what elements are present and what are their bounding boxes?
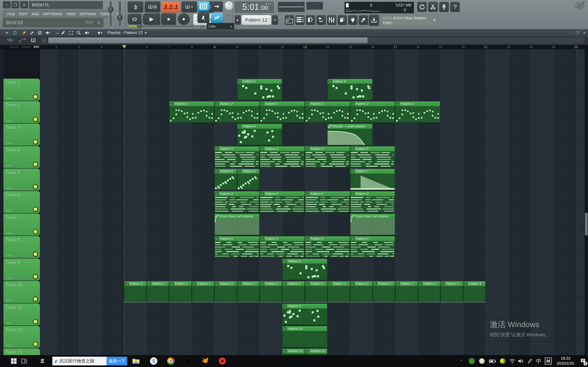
pattern-tab-icon[interactable]: Ш <box>31 37 36 43</box>
mic-button[interactable] <box>439 2 449 12</box>
clip-header[interactable]: Pattern 3 <box>260 146 304 151</box>
clip-pattern-1[interactable]: Pattern 1 <box>463 281 485 302</box>
clip-header[interactable]: Pattern 5 <box>350 236 395 241</box>
playlist-menu-arrow[interactable]: ▶ <box>3 31 11 34</box>
snap-selector[interactable]: Line▶ <box>207 23 234 30</box>
track-options-dots[interactable]: ••• <box>6 120 12 121</box>
clip-header[interactable]: Pattern 8 <box>328 79 372 84</box>
paint-tool-icon[interactable] <box>30 31 38 35</box>
sogou-browser-icon[interactable]: S <box>148 355 159 367</box>
clip-header[interactable]: Pattern 1 <box>350 281 372 286</box>
tray-antivirus-icon[interactable] <box>498 355 507 367</box>
clip-body[interactable] <box>350 286 372 302</box>
clip-body[interactable] <box>441 286 463 302</box>
clip-header[interactable]: Pattern 1 <box>215 281 237 286</box>
clip-header[interactable]: Pattern 1 <box>169 281 191 286</box>
volume-slider-knob[interactable] <box>117 15 123 20</box>
clip-body[interactable] <box>350 219 395 235</box>
menu-item-options[interactable]: OPTIONS <box>78 12 98 16</box>
track-options-dots[interactable]: ••• <box>6 233 12 234</box>
clip-pattern-1[interactable]: Pattern 1 <box>350 281 372 302</box>
pitch-slider-knob[interactable] <box>108 6 113 12</box>
clip-header[interactable]: Pattern 8 <box>282 259 327 264</box>
clip-body[interactable] <box>328 286 350 302</box>
clip-pattern-1[interactable]: Pattern 1 <box>441 281 463 302</box>
news-banner[interactable]: 01/24FLEX | Floor Shakers FREE ▶ <box>380 15 437 26</box>
clip-body[interactable] <box>305 241 350 257</box>
clip-body[interactable] <box>260 151 304 167</box>
plugin-panel-button[interactable] <box>348 15 357 25</box>
snap-dropdown-caret[interactable]: ▼ <box>227 14 230 17</box>
clip-body[interactable] <box>215 196 259 212</box>
clip-pattern-1[interactable]: Pattern 1 <box>237 281 259 302</box>
clip-pattern-5[interactable]: Pattern 5 <box>350 236 395 257</box>
track-header-2[interactable]: Track 2••• <box>3 101 40 123</box>
menu-item-edit[interactable]: EDIT <box>17 12 30 16</box>
task-view-button[interactable] <box>19 355 29 367</box>
clip-body[interactable] <box>350 106 395 123</box>
tab-chan[interactable]: CHAN <box>22 45 31 49</box>
clip-header[interactable]: Pattern 4 <box>260 191 304 196</box>
clip-body[interactable] <box>282 286 304 302</box>
tray-recorder-icon[interactable] <box>468 355 476 367</box>
horizontal-scrollbar[interactable] <box>48 37 585 43</box>
clip-pattern-8[interactable]: Pattern 8 <box>328 79 372 100</box>
clip-header[interactable]: Pattern 4 <box>350 191 395 196</box>
clip-body[interactable] <box>124 286 146 302</box>
clip-header[interactable]: Pattern 2 <box>395 101 440 106</box>
trash-icon[interactable] <box>97 20 100 25</box>
song-position-display[interactable]: 5:01:00B:S:T <box>235 2 274 13</box>
playlist-speaker-icon[interactable] <box>97 31 105 35</box>
window-minimize-button[interactable]: – <box>3 1 10 8</box>
track-header-6[interactable]: Track 6••• <box>3 191 40 213</box>
track-options-dots[interactable]: ••• <box>6 165 12 166</box>
clip-pattern-2[interactable]: Pattern 2 <box>169 101 214 123</box>
playlist-title-arrow[interactable]: ▶ <box>145 31 147 34</box>
clip-pattern-2[interactable]: Pattern 2 <box>305 101 350 123</box>
clip-pattern-3[interactable]: Pattern 3 <box>350 146 395 167</box>
piano-roll-panel-button[interactable] <box>306 15 315 25</box>
clip-body[interactable] <box>305 196 350 212</box>
ime-language-indicator[interactable]: 中 <box>534 355 543 367</box>
clip-body[interactable] <box>282 264 327 280</box>
dark-app-icon[interactable] <box>183 355 194 367</box>
pinned-app-sogou-input[interactable]: S <box>37 355 48 367</box>
clip-body[interactable] <box>260 196 304 212</box>
sync-button[interactable] <box>417 2 427 12</box>
clip-body[interactable] <box>350 241 395 257</box>
track-header-3[interactable]: Track 3••• <box>3 124 40 146</box>
clip-body[interactable] <box>328 129 372 145</box>
clip-header[interactable]: Pattern 6 <box>215 169 237 174</box>
clip-header[interactable]: Pattern 1 <box>373 281 395 286</box>
menu-item-file[interactable]: FILE <box>5 12 17 16</box>
track-options-dots[interactable]: ••• <box>6 188 12 189</box>
menu-item-patterns[interactable]: PATTERNS <box>41 12 64 16</box>
track-header-5[interactable]: Track 5••• <box>3 169 40 191</box>
chrome-icon[interactable] <box>165 355 176 367</box>
channel-rack-panel-button[interactable] <box>295 15 304 25</box>
track-options-dots[interactable]: ••• <box>6 345 12 346</box>
clip-pattern-5[interactable]: Pattern 5 <box>215 236 259 257</box>
track-mute-led[interactable] <box>34 162 37 166</box>
tray-moon-icon[interactable] <box>478 355 486 367</box>
window-close-button[interactable]: ✕ <box>20 1 28 8</box>
clip-pattern-8[interactable]: Pattern 8 <box>237 79 282 100</box>
mixer-panel-button[interactable] <box>327 15 336 25</box>
clip-header[interactable]: Close Gran..nel volume <box>350 214 395 219</box>
clip-header[interactable]: Pattern 3 <box>305 146 350 151</box>
clip-pattern-4[interactable]: Pattern 4 <box>350 191 395 212</box>
track-mode-tabs[interactable]: NOTECHANPAT <box>10 45 40 49</box>
clip-pattern-1[interactable]: Pattern 1 <box>328 281 350 302</box>
clip-body[interactable] <box>350 196 395 212</box>
clip-pattern-3[interactable]: Pattern 3 <box>215 146 259 167</box>
track-options-dots[interactable]: ••• <box>6 300 12 301</box>
playhead-marker[interactable] <box>122 45 126 48</box>
clip-body[interactable] <box>237 84 282 100</box>
ime-mode-indicator[interactable]: M <box>544 355 553 367</box>
clip-header[interactable]: Pattern 1 <box>282 281 304 286</box>
clip-pattern-3[interactable]: Pattern 3 <box>305 146 350 167</box>
clip-header[interactable]: Pattern 5 <box>260 236 304 241</box>
clip-pattern-1[interactable]: Pattern 1 <box>395 281 417 302</box>
clip-header[interactable]: Pattern 2 <box>305 101 350 106</box>
pattern-selector[interactable]: Pattern 12 ▲▼ <box>242 15 271 25</box>
